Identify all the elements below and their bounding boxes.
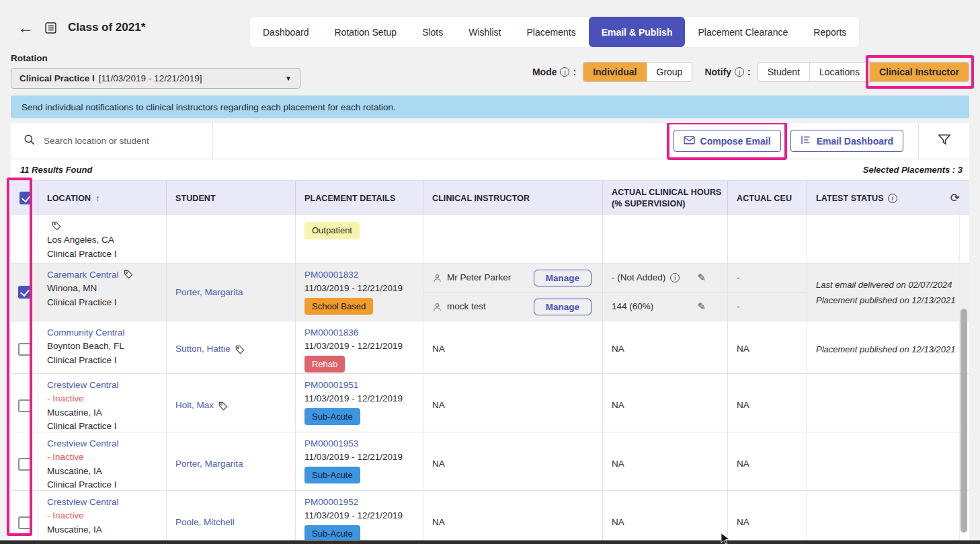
row-checkbox[interactable] (18, 343, 31, 356)
location-cell: Crestview Central- InactiveMuscatine, IA… (38, 374, 167, 437)
student-link[interactable]: Sutton, Hattie (175, 342, 231, 356)
table-body: Los Angeles, CAClinical Practice IOutpat… (11, 215, 969, 544)
vertical-scrollbar[interactable] (961, 309, 967, 533)
location-course: Clinical Practice I (47, 247, 159, 261)
placement-id-link[interactable]: PM00001951 (304, 379, 416, 392)
placement-cell: PM0000195311/03/2019 - 12/21/2019Sub-Acu… (296, 432, 423, 496)
row-checkbox[interactable] (18, 399, 31, 412)
student-link[interactable]: Porter, Margarita (175, 286, 243, 299)
header-placement: PLACEMENT DETAILS (296, 181, 423, 215)
row-checkbox-cell (11, 491, 38, 544)
ceu-cell: NA (728, 432, 807, 496)
placement-id-link[interactable]: PM00001953 (304, 437, 416, 451)
mode-info-icon[interactable]: i (560, 67, 569, 77)
row-checkbox[interactable] (18, 286, 31, 299)
tab-dashboard[interactable]: Dashboard (250, 17, 322, 47)
location-city: Los Angeles, CA (47, 233, 159, 247)
instructor-row: mock testManage (423, 293, 602, 321)
placement-setting-chip: Sub-Acute (304, 467, 360, 484)
rotation-dropdown[interactable]: Clinical Practice I [11/03/2019 - 12/21/… (11, 68, 300, 89)
cohort-list-icon (44, 21, 58, 35)
student-link[interactable]: Poole, Mitchell (175, 516, 235, 529)
instructor-name: Mr Peter Parker (447, 271, 511, 284)
edit-pencil-icon[interactable]: ✎ (697, 299, 706, 315)
header-status: LATEST STATUS i ⟳ (807, 181, 969, 215)
header-location[interactable]: LOCATION ↑ (38, 181, 167, 215)
placement-dates: 11/03/2019 - 12/21/2019 (304, 282, 416, 295)
student-cell: Porter, Margarita (167, 264, 296, 321)
placement-id-link[interactable]: PM00001832 (304, 268, 416, 282)
tab-placement-clearance[interactable]: Placement Clearance (685, 17, 801, 47)
placement-cell: PM0000183211/03/2019 - 12/21/2019School … (296, 264, 423, 321)
notify-toggle: StudentLocationsClinical Instructor (758, 62, 969, 82)
location-cell: Crestview Central- InactiveMuscatine, IA… (38, 491, 167, 544)
compose-email-button[interactable]: Compose Email (673, 130, 781, 152)
instructor-cell: NA (423, 432, 603, 496)
location-course: Clinical Practice I (47, 296, 159, 309)
notify-option-locations[interactable]: Locations (809, 63, 869, 81)
instructor-cell (423, 215, 603, 265)
tab-email-publish[interactable]: Email & Publish (589, 17, 686, 47)
status-cell: Placement published on 12/13/2021 (807, 321, 969, 377)
placement-dates: 11/03/2019 - 12/21/2019 (304, 509, 416, 522)
location-inactive-label: - Inactive (47, 392, 159, 405)
location-city: Muscatine, IA (47, 523, 159, 537)
placement-id-link[interactable]: PM00001836 (304, 326, 416, 340)
notify-info-icon[interactable]: i (735, 67, 744, 77)
location-cell: Community CentralBoynton Beach, FLClinic… (38, 321, 167, 377)
header-ceu: ACTUAL CEU (728, 181, 807, 215)
student-cell: Holt, Max (167, 374, 296, 437)
location-name-line: Crestview Central (47, 437, 159, 451)
edit-pencil-icon[interactable]: ✎ (697, 270, 706, 286)
tab-slots[interactable]: Slots (409, 17, 456, 47)
status-cell (807, 491, 969, 544)
manage-button[interactable]: Manage (534, 270, 591, 286)
student-tag-icon (218, 401, 229, 412)
instructor-name: mock test (447, 300, 486, 313)
mode-option-individual[interactable]: Individual (583, 63, 646, 81)
location-link[interactable]: Community Central (47, 327, 125, 338)
filter-zone (918, 123, 969, 159)
filter-icon[interactable] (937, 133, 952, 149)
tab-placements[interactable]: Placements (514, 17, 588, 47)
tab-wishlist[interactable]: Wishlist (456, 17, 514, 47)
select-all-checkbox[interactable] (19, 192, 32, 204)
student-link[interactable]: Holt, Max (175, 399, 214, 412)
manage-button[interactable]: Manage (534, 299, 591, 315)
location-link[interactable]: Crestview Central (47, 497, 119, 507)
row-checkbox[interactable] (18, 458, 31, 471)
mode-option-group[interactable]: Group (647, 63, 692, 81)
status-info-icon[interactable]: i (888, 194, 897, 203)
mode-label: Mode i : (532, 67, 576, 77)
refresh-icon[interactable]: ⟳ (950, 191, 960, 205)
location-city: Winona, MN (47, 282, 159, 295)
tab-rotation-setup[interactable]: Rotation Setup (322, 17, 410, 47)
instructor-cell: Mr Peter ParkerManagemock testManage (423, 264, 603, 321)
back-arrow-icon[interactable]: ← (17, 20, 34, 35)
search-input[interactable] (44, 136, 185, 146)
location-course: Clinical Practice I (47, 478, 159, 492)
location-cell: Crestview Central- InactiveMuscatine, IA… (38, 432, 167, 496)
notify-option-clinical-instructor[interactable]: Clinical Instructor (869, 63, 969, 81)
instructor-cell: NA (423, 374, 603, 437)
row-checkbox[interactable] (18, 516, 31, 529)
hours-info-icon[interactable]: i (670, 273, 680, 282)
location-link[interactable]: Caremark Central (47, 270, 119, 280)
tab-reports[interactable]: Reports (801, 17, 859, 47)
location-cell: Los Angeles, CAClinical Practice I (38, 215, 167, 265)
location-link[interactable]: Crestview Central (47, 380, 119, 390)
row-checkbox-cell (11, 374, 38, 437)
location-link[interactable]: Crestview Central (47, 438, 119, 449)
row-checkbox-cell (11, 321, 38, 377)
email-dashboard-button[interactable]: Email Dashboard (790, 130, 903, 152)
student-cell (167, 215, 296, 265)
notify-option-student[interactable]: Student (758, 63, 809, 81)
ceu-value: - (728, 264, 807, 293)
location-name-line: Caremark Central (47, 268, 159, 282)
ceu-cell: NA (728, 491, 807, 544)
selected-count: Selected Placements : 3 (863, 165, 963, 175)
placement-id-link[interactable]: PM00001952 (304, 496, 416, 509)
status-cell (807, 215, 969, 265)
instructor-row: Mr Peter ParkerManage (423, 264, 602, 293)
student-link[interactable]: Porter, Margarita (175, 457, 243, 471)
